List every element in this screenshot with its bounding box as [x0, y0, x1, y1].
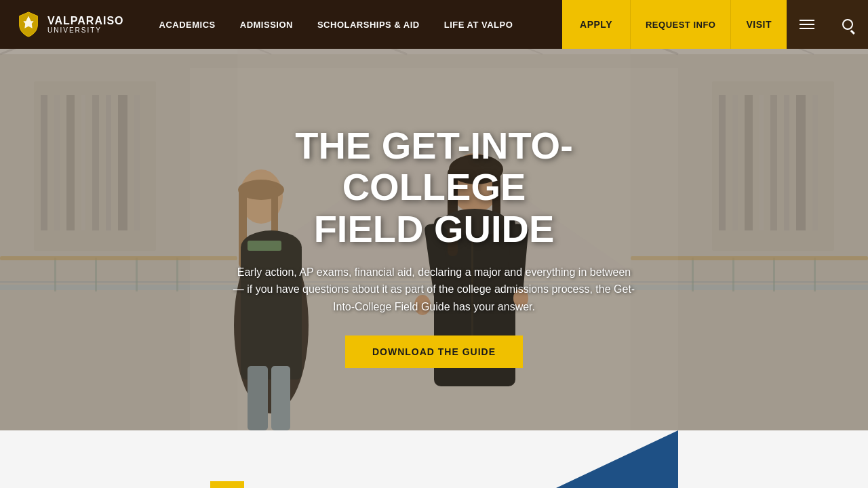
hero-title: THE GET-INTO-COLLEGE FIELD GUIDE [203, 125, 665, 250]
nav-link-academics[interactable]: ACADEMICS [147, 0, 228, 49]
apply-button[interactable]: APPLY [562, 0, 630, 49]
hamburger-icon [800, 20, 814, 29]
blue-triangle-shape [556, 430, 678, 488]
nav-link-life[interactable]: LIFE AT VALPO [432, 0, 526, 49]
logo-shield-icon [16, 11, 41, 38]
search-button[interactable] [827, 0, 868, 49]
download-guide-button[interactable]: DOWNLOAD THE GUIDE [345, 336, 523, 368]
hero-content: THE GET-INTO-COLLEGE FIELD GUIDE Early a… [0, 49, 868, 430]
logo-subtitle: UNIVERSITY [47, 26, 124, 34]
visit-button[interactable]: VISIT [730, 0, 787, 49]
logo-text: VALPARAISO UNIVERSITY [47, 15, 124, 35]
hero-section: THE GET-INTO-COLLEGE FIELD GUIDE Early a… [0, 0, 868, 430]
request-info-button[interactable]: REQUEST INFO [630, 0, 731, 49]
navbar: VALPARAISO UNIVERSITY ACADEMICS ADMISSIO… [0, 0, 868, 49]
below-hero-section [0, 430, 868, 488]
nav-links: ACADEMICS ADMISSION SCHOLARSHIPS & AID L… [140, 0, 563, 49]
logo[interactable]: VALPARAISO UNIVERSITY [0, 0, 140, 49]
hero-subtitle: Early action, AP exams, financial aid, d… [231, 264, 637, 316]
yellow-accent [210, 481, 244, 488]
search-icon [842, 19, 853, 30]
menu-button[interactable] [787, 0, 827, 49]
logo-name: VALPARAISO [47, 15, 124, 27]
nav-cta-group: APPLY REQUEST INFO VISIT [562, 0, 868, 49]
nav-link-admission[interactable]: ADMISSION [228, 0, 305, 49]
nav-link-scholarships[interactable]: SCHOLARSHIPS & AID [305, 0, 432, 49]
